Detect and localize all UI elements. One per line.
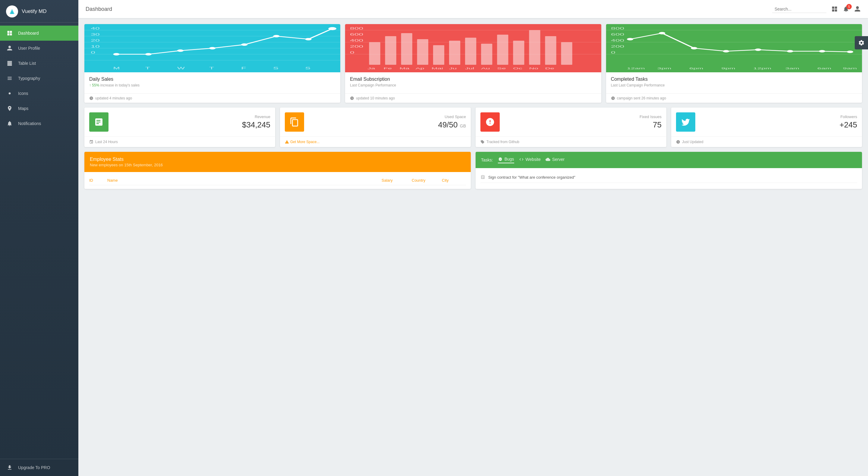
fixed-issues-icon <box>480 113 500 132</box>
svg-point-70 <box>627 38 633 40</box>
tasks-card: Tasks: Bugs Website Server <box>475 152 862 189</box>
revenue-card: Revenue $34,245 Last 24 Hours <box>84 107 275 147</box>
revenue-footer: Last 24 Hours <box>84 136 275 147</box>
svg-point-21 <box>329 27 337 30</box>
employee-stats-card: Employee Stats New employees on 15th Sep… <box>84 152 471 189</box>
logo-icon <box>6 5 18 18</box>
settings-gear-button[interactable] <box>855 36 868 50</box>
svg-text:800: 800 <box>611 27 624 30</box>
sidebar-logo: Vuetify MD <box>0 0 79 23</box>
svg-text:200: 200 <box>611 45 624 48</box>
sidebar-item-dashboard[interactable]: Dashboard <box>0 26 79 41</box>
svg-point-15 <box>145 53 152 56</box>
used-space-footer: Get More Space... <box>280 136 471 147</box>
search-input[interactable] <box>772 5 827 13</box>
svg-text:200: 200 <box>350 45 363 48</box>
svg-text:Au: Au <box>481 67 490 70</box>
tasks-tab-website[interactable]: Website <box>519 157 541 163</box>
daily-sales-chart: 40 30 20 10 0 <box>84 24 340 72</box>
svg-point-16 <box>177 50 184 52</box>
sidebar: Vuetify MD Dashboard User Profile <box>0 0 79 476</box>
svg-text:T: T <box>145 67 150 70</box>
svg-text:9am: 9am <box>843 67 857 70</box>
svg-point-2 <box>9 93 11 95</box>
svg-text:400: 400 <box>350 39 363 42</box>
sidebar-item-typography-label: Typography <box>18 76 40 81</box>
svg-rect-48 <box>545 36 556 65</box>
user-icon <box>6 44 13 52</box>
used-space-warning[interactable]: Get More Space... <box>285 140 319 144</box>
sidebar-item-user-profile[interactable]: User Profile <box>0 41 79 56</box>
svg-rect-42 <box>449 41 460 65</box>
svg-text:40: 40 <box>91 27 100 30</box>
user-avatar-icon[interactable] <box>854 6 861 12</box>
svg-rect-49 <box>561 42 572 65</box>
mini-cards-row: Revenue $34,245 Last 24 Hours Used Space <box>84 107 862 147</box>
daily-sales-body: Daily Sales ↑ 55% increase in today's sa… <box>84 72 340 93</box>
tasks-tab-server[interactable]: Server <box>546 157 564 163</box>
svg-text:No: No <box>529 67 538 70</box>
followers-top: Followers +245 <box>671 107 862 136</box>
sidebar-item-typography[interactable]: Typography <box>0 71 79 86</box>
employee-stats-sub: New employees on 15th September, 2016 <box>90 163 465 167</box>
revenue-footer-text: Last 24 Hours <box>95 140 118 144</box>
sidebar-item-maps[interactable]: Maps <box>0 101 79 116</box>
logo-text: Vuetify MD <box>22 8 47 14</box>
svg-point-74 <box>755 49 761 51</box>
tasks-body: Sign contract for "What are conference o… <box>475 168 862 187</box>
svg-rect-47 <box>529 30 540 65</box>
svg-text:Ap: Ap <box>415 67 424 70</box>
svg-text:0: 0 <box>611 51 615 54</box>
completed-tasks-footer: campaign sent 26 minutes ago <box>606 93 862 103</box>
revenue-icon <box>89 113 108 132</box>
tasks-tab-bugs[interactable]: Bugs <box>498 157 514 163</box>
svg-text:S: S <box>305 67 311 70</box>
svg-point-73 <box>723 50 729 53</box>
stat-cards-row: 40 30 20 10 0 <box>84 24 862 103</box>
fixed-issues-label: Fixed Issues <box>504 115 661 119</box>
svg-point-75 <box>786 50 793 53</box>
daily-sales-card: 40 30 20 10 0 <box>84 24 340 103</box>
followers-card: Followers +245 Just Updated <box>671 107 862 147</box>
typography-icon <box>6 75 13 82</box>
sidebar-item-table-list[interactable]: Table List <box>0 56 79 71</box>
completed-tasks-footer-text: campaign sent 26 minutes ago <box>617 96 666 100</box>
svg-text:Ma: Ma <box>400 67 410 70</box>
task-text: Sign contract for "What are conference o… <box>488 175 575 180</box>
sidebar-item-icons[interactable]: Icons <box>0 86 79 101</box>
notification-bell-icon[interactable]: 5 <box>843 6 849 12</box>
email-subscription-chart: 800 600 400 200 0 <box>345 24 601 72</box>
svg-text:20: 20 <box>91 39 100 42</box>
svg-text:Se: Se <box>497 67 506 70</box>
svg-rect-44 <box>481 44 493 65</box>
sidebar-item-icons-label: Icons <box>18 91 28 96</box>
email-subscription-card: 800 600 400 200 0 <box>345 24 601 103</box>
tasks-label: Tasks: <box>481 158 493 162</box>
fixed-issues-info: Fixed Issues 75 <box>504 115 661 130</box>
fixed-issues-top: Fixed Issues 75 <box>475 107 666 136</box>
map-icon <box>6 105 13 112</box>
sidebar-nav: Dashboard User Profile Table List <box>0 23 79 459</box>
fixed-issues-footer-text: Tracked from Github <box>487 140 519 144</box>
table-icon <box>6 60 13 67</box>
employee-stats-header: Employee Stats New employees on 15th Sep… <box>84 152 471 172</box>
svg-rect-45 <box>497 35 508 65</box>
svg-rect-41 <box>433 45 444 65</box>
email-sub-subtitle: Last Campaign Performance <box>350 83 596 87</box>
svg-text:9pm: 9pm <box>721 67 735 70</box>
used-space-top: Used Space 49/50 GB <box>280 107 471 136</box>
svg-text:Ja: Ja <box>368 67 375 70</box>
upgrade-button[interactable]: Upgrade To PRO <box>0 459 79 476</box>
svg-text:Ju: Ju <box>449 67 457 70</box>
revenue-card-top: Revenue $34,245 <box>84 107 275 136</box>
used-space-icon <box>285 113 304 132</box>
email-sub-footer-text: updated 10 minutes ago <box>356 96 395 100</box>
grid-icon[interactable] <box>831 6 838 12</box>
svg-point-76 <box>819 50 825 53</box>
svg-rect-40 <box>417 39 428 65</box>
dashboard-icon <box>6 30 13 37</box>
revenue-info: Revenue $34,245 <box>113 115 270 130</box>
sidebar-item-notifications[interactable]: Notifications <box>0 116 79 131</box>
svg-rect-38 <box>385 36 396 65</box>
fixed-issues-value: 75 <box>504 120 661 130</box>
